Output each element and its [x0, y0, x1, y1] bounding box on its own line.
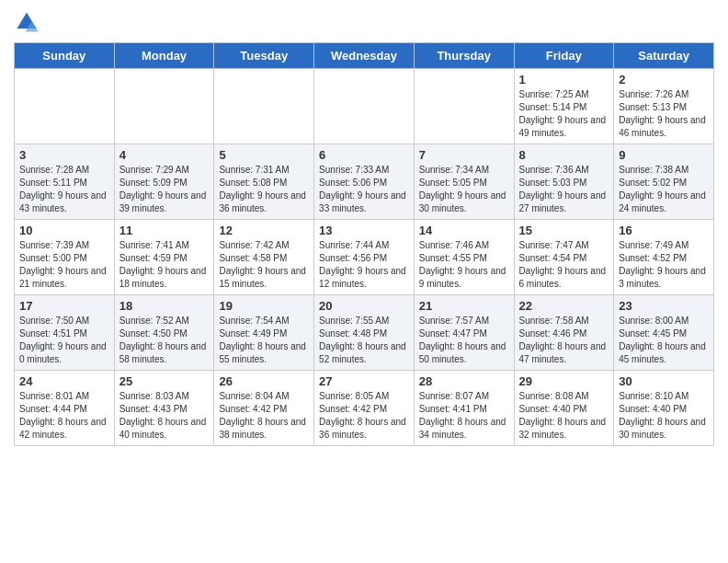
day-number: 26	[219, 374, 309, 388]
day-number: 11	[119, 224, 210, 237]
calendar-cell: 2Sunrise: 7:26 AM Sunset: 5:13 PM Daylig…	[614, 69, 714, 144]
day-info: Sunrise: 7:54 AM Sunset: 4:49 PM Dayligh…	[219, 315, 309, 366]
calendar-cell: 21Sunrise: 7:57 AM Sunset: 4:47 PM Dayli…	[414, 295, 514, 371]
day-number: 24	[19, 374, 109, 388]
day-info: Sunrise: 7:26 AM Sunset: 5:13 PM Dayligh…	[619, 88, 709, 140]
day-number: 28	[419, 374, 509, 388]
calendar-cell	[15, 69, 115, 144]
calendar-week-4: 17Sunrise: 7:50 AM Sunset: 4:51 PM Dayli…	[15, 295, 714, 371]
day-number: 8	[519, 148, 609, 162]
day-number: 14	[419, 224, 509, 237]
day-number: 16	[619, 224, 709, 237]
calendar-cell: 7Sunrise: 7:34 AM Sunset: 5:05 PM Daylig…	[414, 144, 514, 220]
calendar-cell: 14Sunrise: 7:46 AM Sunset: 4:55 PM Dayli…	[414, 220, 514, 295]
day-number: 1	[519, 73, 609, 86]
weekday-header-sunday: Sunday	[15, 43, 115, 69]
calendar-cell: 18Sunrise: 7:52 AM Sunset: 4:50 PM Dayli…	[114, 295, 214, 371]
day-info: Sunrise: 7:33 AM Sunset: 5:06 PM Dayligh…	[319, 164, 409, 215]
day-info: Sunrise: 7:52 AM Sunset: 4:50 PM Dayligh…	[119, 315, 210, 366]
day-info: Sunrise: 7:55 AM Sunset: 4:48 PM Dayligh…	[319, 315, 409, 366]
calendar-table: SundayMondayTuesdayWednesdayThursdayFrid…	[14, 42, 714, 446]
day-number: 7	[419, 148, 509, 162]
day-number: 13	[319, 224, 409, 237]
day-number: 21	[419, 299, 509, 313]
calendar-cell: 1Sunrise: 7:25 AM Sunset: 5:14 PM Daylig…	[514, 69, 614, 144]
day-number: 9	[619, 148, 709, 162]
day-info: Sunrise: 7:47 AM Sunset: 4:54 PM Dayligh…	[519, 239, 609, 291]
day-info: Sunrise: 7:34 AM Sunset: 5:05 PM Dayligh…	[419, 164, 509, 215]
calendar-cell: 9Sunrise: 7:38 AM Sunset: 5:02 PM Daylig…	[614, 144, 714, 220]
weekday-header-wednesday: Wednesday	[314, 43, 415, 69]
day-number: 2	[619, 73, 709, 86]
day-number: 29	[519, 374, 609, 388]
logo-icon	[14, 9, 40, 35]
day-number: 3	[19, 148, 109, 162]
calendar-cell: 10Sunrise: 7:39 AM Sunset: 5:00 PM Dayli…	[15, 220, 115, 295]
day-number: 19	[219, 299, 309, 313]
calendar-week-2: 3Sunrise: 7:28 AM Sunset: 5:11 PM Daylig…	[15, 144, 714, 220]
calendar-cell: 6Sunrise: 7:33 AM Sunset: 5:06 PM Daylig…	[314, 144, 415, 220]
calendar-cell: 26Sunrise: 8:04 AM Sunset: 4:42 PM Dayli…	[214, 371, 314, 446]
calendar-cell: 20Sunrise: 7:55 AM Sunset: 4:48 PM Dayli…	[314, 295, 415, 371]
calendar-cell: 29Sunrise: 8:08 AM Sunset: 4:40 PM Dayli…	[514, 371, 614, 446]
day-number: 17	[19, 299, 109, 313]
day-number: 18	[119, 299, 210, 313]
day-info: Sunrise: 7:42 AM Sunset: 4:58 PM Dayligh…	[219, 239, 309, 291]
calendar-cell: 24Sunrise: 8:01 AM Sunset: 4:44 PM Dayli…	[15, 371, 115, 446]
calendar-cell	[314, 69, 415, 144]
calendar-cell: 5Sunrise: 7:31 AM Sunset: 5:08 PM Daylig…	[214, 144, 314, 220]
calendar-cell: 27Sunrise: 8:05 AM Sunset: 4:42 PM Dayli…	[314, 371, 415, 446]
day-number: 5	[219, 148, 309, 162]
weekday-header-row: SundayMondayTuesdayWednesdayThursdayFrid…	[15, 43, 714, 69]
calendar-cell	[114, 69, 214, 144]
day-info: Sunrise: 8:08 AM Sunset: 4:40 PM Dayligh…	[519, 390, 609, 442]
day-info: Sunrise: 7:50 AM Sunset: 4:51 PM Dayligh…	[19, 315, 109, 366]
calendar-cell: 12Sunrise: 7:42 AM Sunset: 4:58 PM Dayli…	[214, 220, 314, 295]
day-info: Sunrise: 8:00 AM Sunset: 4:45 PM Dayligh…	[619, 315, 709, 366]
day-info: Sunrise: 7:36 AM Sunset: 5:03 PM Dayligh…	[519, 164, 609, 215]
day-info: Sunrise: 7:46 AM Sunset: 4:55 PM Dayligh…	[419, 239, 509, 291]
calendar-cell: 16Sunrise: 7:49 AM Sunset: 4:52 PM Dayli…	[614, 220, 714, 295]
calendar-cell: 30Sunrise: 8:10 AM Sunset: 4:40 PM Dayli…	[614, 371, 714, 446]
day-info: Sunrise: 8:05 AM Sunset: 4:42 PM Dayligh…	[319, 390, 409, 442]
calendar-week-5: 24Sunrise: 8:01 AM Sunset: 4:44 PM Dayli…	[15, 371, 714, 446]
weekday-header-thursday: Thursday	[414, 43, 514, 69]
day-info: Sunrise: 7:49 AM Sunset: 4:52 PM Dayligh…	[619, 239, 709, 291]
calendar-cell: 3Sunrise: 7:28 AM Sunset: 5:11 PM Daylig…	[15, 144, 115, 220]
calendar-week-1: 1Sunrise: 7:25 AM Sunset: 5:14 PM Daylig…	[15, 69, 714, 144]
weekday-header-saturday: Saturday	[614, 43, 714, 69]
day-number: 6	[319, 148, 409, 162]
day-number: 25	[119, 374, 210, 388]
day-info: Sunrise: 7:44 AM Sunset: 4:56 PM Dayligh…	[319, 239, 409, 291]
day-number: 20	[319, 299, 409, 313]
day-info: Sunrise: 7:57 AM Sunset: 4:47 PM Dayligh…	[419, 315, 509, 366]
page-header	[14, 9, 714, 35]
day-info: Sunrise: 7:38 AM Sunset: 5:02 PM Dayligh…	[619, 164, 709, 215]
weekday-header-friday: Friday	[514, 43, 614, 69]
day-info: Sunrise: 7:28 AM Sunset: 5:11 PM Dayligh…	[19, 164, 109, 215]
day-info: Sunrise: 7:39 AM Sunset: 5:00 PM Dayligh…	[19, 239, 109, 291]
day-info: Sunrise: 7:58 AM Sunset: 4:46 PM Dayligh…	[519, 315, 609, 366]
calendar-cell: 4Sunrise: 7:29 AM Sunset: 5:09 PM Daylig…	[114, 144, 214, 220]
calendar-cell: 17Sunrise: 7:50 AM Sunset: 4:51 PM Dayli…	[15, 295, 115, 371]
day-info: Sunrise: 8:04 AM Sunset: 4:42 PM Dayligh…	[219, 390, 309, 442]
day-number: 10	[19, 224, 109, 237]
calendar-cell: 11Sunrise: 7:41 AM Sunset: 4:59 PM Dayli…	[114, 220, 214, 295]
day-info: Sunrise: 8:07 AM Sunset: 4:41 PM Dayligh…	[419, 390, 509, 442]
calendar-cell: 13Sunrise: 7:44 AM Sunset: 4:56 PM Dayli…	[314, 220, 415, 295]
calendar-page: SundayMondayTuesdayWednesdayThursdayFrid…	[0, 0, 728, 455]
calendar-cell: 8Sunrise: 7:36 AM Sunset: 5:03 PM Daylig…	[514, 144, 614, 220]
logo	[14, 9, 43, 35]
day-number: 4	[119, 148, 210, 162]
calendar-cell: 23Sunrise: 8:00 AM Sunset: 4:45 PM Dayli…	[614, 295, 714, 371]
day-number: 23	[619, 299, 709, 313]
day-info: Sunrise: 8:10 AM Sunset: 4:40 PM Dayligh…	[619, 390, 709, 442]
day-info: Sunrise: 8:01 AM Sunset: 4:44 PM Dayligh…	[19, 390, 109, 442]
weekday-header-monday: Monday	[114, 43, 214, 69]
calendar-cell: 25Sunrise: 8:03 AM Sunset: 4:43 PM Dayli…	[114, 371, 214, 446]
day-info: Sunrise: 7:29 AM Sunset: 5:09 PM Dayligh…	[119, 164, 210, 215]
calendar-cell	[414, 69, 514, 144]
calendar-week-3: 10Sunrise: 7:39 AM Sunset: 5:00 PM Dayli…	[15, 220, 714, 295]
day-info: Sunrise: 8:03 AM Sunset: 4:43 PM Dayligh…	[119, 390, 210, 442]
calendar-cell: 15Sunrise: 7:47 AM Sunset: 4:54 PM Dayli…	[514, 220, 614, 295]
